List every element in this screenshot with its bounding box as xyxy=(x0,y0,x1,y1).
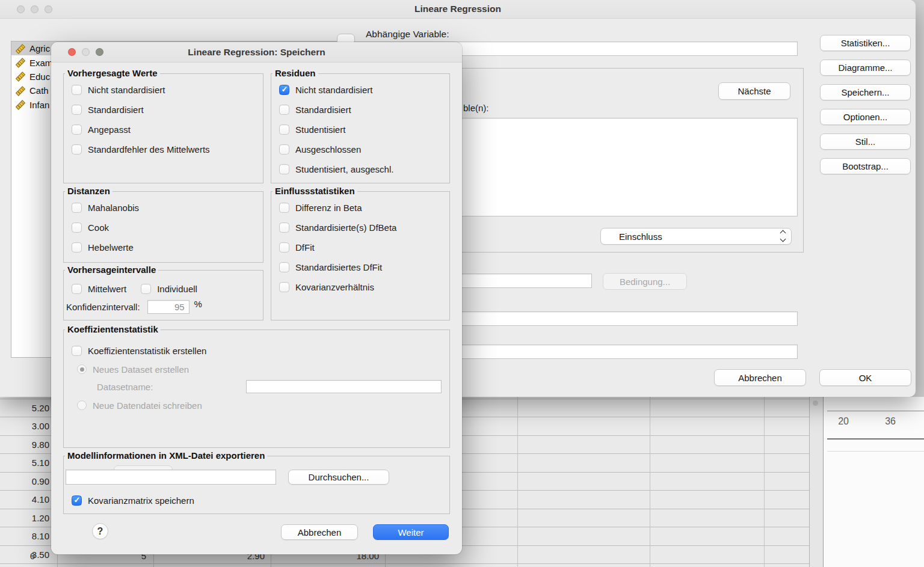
side-dialog-button[interactable]: Optionen... xyxy=(820,109,911,125)
checkbox[interactable] xyxy=(72,346,82,356)
data-cell: 3.00 xyxy=(0,417,52,436)
cancel-button[interactable]: Abbrechen xyxy=(714,369,806,386)
continue-button[interactable]: Weiter xyxy=(373,524,449,540)
help-button[interactable]: ? xyxy=(92,523,108,539)
group-title: Vorhersageintervalle xyxy=(65,265,158,275)
checkbox[interactable] xyxy=(279,242,289,253)
checkbox-row[interactable]: Studentisiert xyxy=(271,120,449,139)
checkbox-label: Studentisiert, ausgeschl. xyxy=(295,164,393,174)
checkbox[interactable] xyxy=(279,262,289,272)
checkbox-row[interactable]: Standardisiert xyxy=(64,100,263,120)
checkbox[interactable] xyxy=(72,105,82,115)
radio-button[interactable] xyxy=(77,400,87,410)
checkbox[interactable] xyxy=(279,164,289,174)
next-block-button[interactable]: Nächste xyxy=(718,82,790,100)
checkbox-row[interactable]: Cook xyxy=(64,218,263,238)
checkbox-row[interactable]: Standardisierte(s) DfBeta xyxy=(271,218,449,238)
checkbox-label: Standardisierte(s) DfBeta xyxy=(295,222,396,233)
checkbox-row[interactable]: Hebelwerte xyxy=(64,238,263,257)
checkbox-row[interactable]: Standardisiert xyxy=(271,100,449,120)
scale-measure-icon xyxy=(14,99,26,110)
checkbox-row[interactable]: Ausgeschlossen xyxy=(271,139,449,159)
checkbox-row[interactable]: Standardfehler des Mittelwerts xyxy=(64,139,263,159)
method-value: Einschluss xyxy=(619,231,662,242)
percent-label: % xyxy=(194,299,202,309)
checkbox[interactable] xyxy=(72,203,82,213)
checkbox-label: Mahalanobis xyxy=(88,203,139,213)
vertical-scrollbar[interactable] xyxy=(809,397,824,567)
checkbox[interactable] xyxy=(72,85,82,95)
scale-measure-icon xyxy=(14,57,26,68)
save-dialog-titlebar[interactable]: Lineare Regression: Speichern xyxy=(51,42,462,63)
checkbox-row[interactable]: Kovarianzverhältnis xyxy=(271,277,449,297)
data-cell: 6 xyxy=(0,551,35,563)
grid-line xyxy=(650,397,650,567)
main-titlebar[interactable]: Lineare Regression xyxy=(0,0,916,19)
checkbox-row[interactable]: Nicht standardisiert xyxy=(271,80,449,100)
checkbox-row[interactable]: Individuell xyxy=(126,281,197,296)
checkbox[interactable] xyxy=(279,203,289,213)
group-title: Vorhergesagte Werte xyxy=(65,68,160,78)
checkbox[interactable] xyxy=(279,85,289,95)
checkbox-label: Kovarianzmatrix speichern xyxy=(88,495,194,506)
checkbox[interactable] xyxy=(279,144,289,155)
data-cell: 0.90 xyxy=(0,472,52,491)
checkbox-row[interactable]: DfFit xyxy=(271,238,449,257)
group-title: Einflussstatistiken xyxy=(273,186,357,196)
radio-label: Neues Dataset erstellen xyxy=(93,364,189,375)
data-cell: 5.10 xyxy=(0,454,52,473)
checkbox-row[interactable]: Kovarianzmatrix speichern xyxy=(64,491,194,509)
radio-row[interactable]: Neues Dataset erstellen xyxy=(64,361,449,378)
checkbox[interactable] xyxy=(72,144,82,155)
checkbox[interactable] xyxy=(279,105,289,115)
radio-row[interactable]: Neue Datendatei schreiben xyxy=(64,396,449,415)
checkbox[interactable] xyxy=(279,124,289,135)
browse-button[interactable]: Durchsuchen... xyxy=(288,470,389,485)
checkbox-row[interactable]: Differenz in Beta xyxy=(271,198,449,218)
checkbox[interactable] xyxy=(72,222,82,233)
radio-button[interactable] xyxy=(77,364,87,374)
checkbox[interactable] xyxy=(72,284,82,294)
predicted-values-group: Vorhergesagte Werte Nicht standardisiert… xyxy=(63,73,263,183)
side-dialog-button[interactable]: Speichern... xyxy=(820,84,911,100)
residuals-group: Residuen Nicht standardisiert Standardis… xyxy=(271,73,450,183)
grid-line xyxy=(517,397,518,567)
checkbox[interactable] xyxy=(72,242,82,253)
checkbox-row[interactable]: Mittelwert xyxy=(64,281,126,296)
rule-button[interactable]: Bedingung... xyxy=(603,273,687,290)
side-dialog-button[interactable]: Stil... xyxy=(820,133,911,150)
side-dialog-button[interactable]: Statistiken... xyxy=(820,35,911,51)
checkbox-row[interactable]: Studentisiert, ausgeschl. xyxy=(271,159,449,179)
checkbox[interactable] xyxy=(72,124,82,135)
checkbox-row[interactable]: Standardisiertes DfFit xyxy=(271,257,449,277)
checkbox-label: Angepasst xyxy=(88,124,131,135)
checkbox-row[interactable]: Angepasst xyxy=(64,120,263,139)
checkbox-label: Nicht standardisiert xyxy=(295,85,372,95)
side-dialog-button[interactable]: Bootstrap... xyxy=(820,158,911,174)
checkbox-label: Ausgeschlossen xyxy=(295,144,361,155)
checkbox-row[interactable]: Mahalanobis xyxy=(64,198,263,218)
output-viewer-panel: 20 36 xyxy=(823,397,924,567)
checkbox-label: Nicht standardisiert xyxy=(88,85,165,95)
checkbox-row[interactable]: Koeffizientenstatistik erstellen xyxy=(64,341,449,361)
ok-button[interactable]: OK xyxy=(819,369,911,386)
checkbox[interactable] xyxy=(279,222,289,233)
scrollbar-thumb[interactable] xyxy=(813,400,818,406)
side-dialog-button[interactable]: Diagramme... xyxy=(820,60,911,76)
screen: 5.203.009.805.100.904.101.208.103.50 6 5… xyxy=(0,0,924,567)
checkbox-row[interactable]: Nicht standardisiert xyxy=(64,80,263,100)
confidence-interval-field[interactable]: 95 xyxy=(147,300,189,314)
data-column-values: 5.203.009.805.100.904.101.208.103.50 xyxy=(0,399,52,564)
xml-path-field[interactable] xyxy=(66,470,276,485)
method-dropdown[interactable]: Einschluss xyxy=(600,228,792,245)
scale-measure-icon xyxy=(14,43,26,54)
variable-label: Educ xyxy=(29,72,50,82)
checkbox[interactable] xyxy=(141,284,151,294)
variable-label: Cath xyxy=(29,85,49,96)
checkbox[interactable] xyxy=(279,282,289,292)
table-rule xyxy=(827,451,924,452)
checkbox[interactable] xyxy=(72,495,82,506)
dataset-name-field[interactable] xyxy=(246,380,442,393)
cancel-button[interactable]: Abbrechen xyxy=(281,524,358,540)
data-cell: 8.10 xyxy=(0,527,52,546)
